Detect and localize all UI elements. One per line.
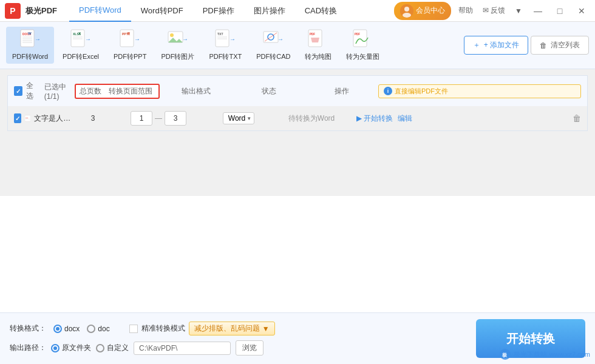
trash-icon: 🗑 bbox=[540, 41, 547, 50]
tool-pdf-to-excel[interactable]: XLSX X → PDF转Excel bbox=[56, 27, 105, 64]
app-logo: P bbox=[5, 3, 21, 19]
pdf-to-ppt-icon: PPTX P → bbox=[119, 29, 141, 51]
nav-tab-word-to-pdf[interactable]: Word转PDF bbox=[131, 0, 193, 22]
feedback-link[interactable]: 帮助 ✉ 反馈 bbox=[480, 5, 508, 16]
pdf-to-txt-icon: TXT → bbox=[214, 29, 236, 51]
tool-pdf-to-ppt-label: PDF转PPT bbox=[114, 52, 146, 61]
info-icon: i bbox=[384, 87, 392, 95]
svg-text:P: P bbox=[127, 32, 130, 35]
svg-text:PDF: PDF bbox=[355, 33, 360, 36]
maximize-button[interactable]: □ bbox=[551, 2, 568, 19]
file-status: 待转换为Word bbox=[275, 113, 348, 124]
precise-mode-button[interactable]: 减少排版、乱码问题 ▼ bbox=[189, 322, 275, 335]
svg-point-2 bbox=[403, 13, 411, 18]
title-bar: P 极光PDF PDF转Word Word转PDF PDF操作 图片操作 CAD… bbox=[0, 0, 595, 22]
file-actions: ▶ 开始转换 编辑 bbox=[348, 113, 421, 124]
svg-text:→: → bbox=[229, 36, 236, 42]
tool-to-plain[interactable]: PDF 转为纯图 bbox=[299, 27, 338, 64]
tool-to-vector-label: 转为矢量图 bbox=[346, 52, 379, 61]
tool-pdf-to-image[interactable]: → PDF转图片 bbox=[155, 27, 200, 64]
toolbar-area: DOCX W → PDF转Word XLSX bbox=[0, 22, 595, 69]
nav-tabs: PDF转Word Word转PDF PDF操作 图片操作 CAD转换 bbox=[69, 0, 394, 21]
to-vector-icon: PDF bbox=[352, 29, 374, 51]
nav-tab-image-ops[interactable]: 图片操作 bbox=[244, 0, 295, 22]
add-icon: ＋ bbox=[473, 40, 480, 50]
radio-original-folder[interactable]: 原文件夹 bbox=[51, 343, 91, 353]
nav-tab-pdf-to-word[interactable]: PDF转Word bbox=[69, 0, 131, 22]
edit-link[interactable]: 编辑 bbox=[398, 113, 412, 124]
svg-text:极: 极 bbox=[501, 352, 508, 358]
precise-mode-checkbox[interactable] bbox=[129, 325, 138, 333]
main-content: ✓ 全选 已选中(1/1) 总页数 转换页面范围 输出格式 状态 操作 i 直接… bbox=[0, 69, 595, 196]
svg-point-23 bbox=[170, 33, 174, 37]
svg-text:→: → bbox=[182, 36, 188, 42]
svg-text:→: → bbox=[134, 36, 140, 42]
convert-range-header: 转换页面范围 bbox=[106, 86, 155, 96]
file-list-table: ✓ PDF 文字是人类..方式和工具.pdf 3 bbox=[7, 106, 588, 131]
nav-tab-pdf-ops[interactable]: PDF操作 bbox=[193, 0, 244, 22]
table-row: ✓ PDF 文字是人类..方式和工具.pdf 3 bbox=[8, 106, 587, 130]
tool-pdf-to-cad-label: PDF转CAD bbox=[256, 52, 290, 61]
dropdown-arrow-icon: ▼ bbox=[262, 325, 270, 333]
tool-pdf-to-word[interactable]: DOCX W → PDF转Word bbox=[6, 27, 54, 64]
svg-text:→: → bbox=[85, 36, 91, 42]
delete-header-col: i 直接编辑PDF文件 bbox=[378, 84, 581, 98]
svg-point-1 bbox=[404, 7, 409, 12]
delete-col: 🗑 bbox=[421, 113, 581, 123]
dropdown-arrow-icon: ▼ bbox=[246, 116, 251, 121]
tool-pdf-to-excel-label: PDF转Excel bbox=[63, 52, 99, 61]
tool-to-vector[interactable]: PDF 转为矢量图 bbox=[340, 27, 386, 64]
page-range: — bbox=[116, 111, 201, 126]
direct-edit-tip: i 直接编辑PDF文件 bbox=[378, 84, 581, 98]
range-end-input[interactable] bbox=[165, 111, 186, 126]
output-format-header: 输出格式 bbox=[160, 86, 233, 96]
tool-pdf-to-image-label: PDF转图片 bbox=[161, 52, 194, 61]
watermark: 极 极光下载站 www.xz7.com bbox=[499, 348, 590, 360]
clear-list-button[interactable]: 🗑 清空列表 bbox=[531, 36, 589, 55]
output-path-input[interactable] bbox=[134, 342, 231, 355]
filename-text: 文字是人类..方式和工具.pdf bbox=[34, 113, 75, 124]
range-start-input[interactable] bbox=[131, 111, 152, 126]
svg-text:→: → bbox=[277, 36, 284, 42]
svg-text:X: X bbox=[78, 32, 81, 35]
select-all-checkbox[interactable]: ✓ bbox=[14, 86, 22, 96]
radio-original-dot bbox=[53, 346, 57, 350]
precise-mode-label: 精准转换模式 bbox=[141, 323, 185, 334]
svg-text:TXT: TXT bbox=[217, 32, 223, 36]
close-button[interactable]: ✕ bbox=[573, 2, 590, 19]
start-convert-row-button[interactable]: ▶ 开始转换 bbox=[356, 113, 393, 124]
nav-tab-cad-convert[interactable]: CAD转换 bbox=[295, 0, 347, 22]
help-link[interactable]: 帮助 bbox=[456, 5, 475, 16]
file-name-col: ✓ PDF 文字是人类..方式和工具.pdf bbox=[14, 112, 75, 125]
browse-button[interactable]: 浏览 bbox=[236, 340, 264, 356]
empty-space bbox=[0, 196, 595, 313]
minimize-button[interactable]: — bbox=[529, 2, 546, 19]
bottom-settings: 转换格式： docx doc 精准转换模式 减少排版、乱码问题 bbox=[10, 322, 466, 356]
pages-range-data: 3 — bbox=[75, 111, 202, 126]
delete-row-button[interactable]: 🗑 bbox=[573, 113, 581, 123]
member-center-button[interactable]: 会员中心 bbox=[394, 2, 451, 20]
format-dropdown[interactable]: Word ▼ bbox=[223, 112, 254, 124]
total-pages-header: 总页数 bbox=[80, 86, 101, 96]
tool-pdf-to-txt[interactable]: TXT → PDF转TXT bbox=[203, 27, 248, 64]
play-icon: ▶ bbox=[356, 114, 362, 123]
range-dash: — bbox=[155, 114, 162, 123]
member-avatar bbox=[400, 4, 413, 18]
tool-to-plain-label: 转为纯图 bbox=[305, 52, 332, 61]
svg-text:PDF: PDF bbox=[25, 117, 29, 118]
radio-docx[interactable]: docx bbox=[53, 325, 80, 333]
app-name: 极光PDF bbox=[25, 5, 57, 16]
add-file-button[interactable]: ＋ + 添加文件 bbox=[464, 36, 528, 55]
radio-custom-folder[interactable]: 自定义 bbox=[96, 343, 129, 353]
output-format-col: Word ▼ bbox=[202, 112, 275, 124]
status-header: 状态 bbox=[233, 86, 305, 96]
tool-pdf-to-cad[interactable]: → PDF转CAD bbox=[250, 27, 296, 64]
row-checkbox[interactable]: ✓ bbox=[14, 113, 21, 123]
precise-mode-row: 精准转换模式 减少排版、乱码问题 ▼ bbox=[129, 322, 275, 335]
tool-pdf-to-ppt[interactable]: PPTX P → PDF转PPT bbox=[107, 27, 152, 64]
to-plain-icon: PDF bbox=[307, 29, 329, 51]
radio-doc[interactable]: doc bbox=[87, 325, 109, 333]
tool-pdf-to-word-label: PDF转Word bbox=[12, 52, 48, 61]
more-menu[interactable]: ▼ bbox=[512, 7, 525, 15]
pdf-to-excel-icon: XLSX X → bbox=[70, 29, 92, 51]
